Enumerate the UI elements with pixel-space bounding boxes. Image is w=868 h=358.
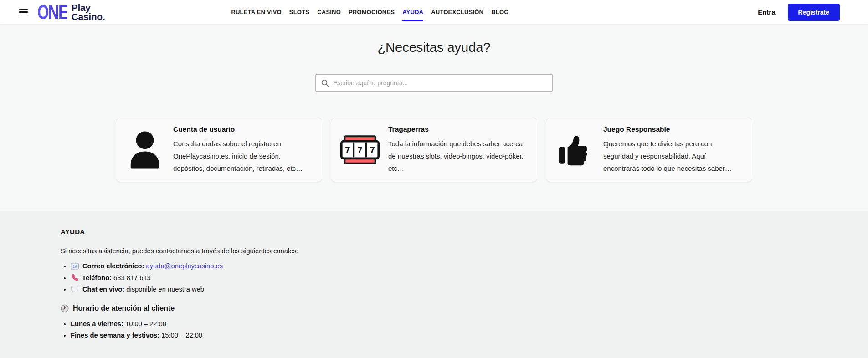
card-description: Queremos que te diviertas pero con segur… <box>603 138 743 174</box>
schedule-heading: Horario de atención al cliente <box>61 304 841 312</box>
contact-label: Correo electrónico: <box>82 262 144 270</box>
contact-channels-list: @ Correo electrónico: ayuda@oneplaycasin… <box>61 262 841 293</box>
svg-text:7: 7 <box>345 145 350 155</box>
help-section: ¿Necesitas ayuda? Cuenta de usuario <box>0 25 868 211</box>
logo-one-text: ONE <box>37 2 67 22</box>
contact-value: disponible en nuestra web <box>126 286 204 293</box>
help-topic-cards: Cuenta de usuario Consulta dudas sobre e… <box>116 118 752 182</box>
register-button[interactable]: Regístrate <box>788 4 840 21</box>
schedule-weekdays-item: Lunes a viernes: 10:00 – 22:00 <box>71 320 841 328</box>
contact-chat-item: Chat en vivo: disponible en nuestra web <box>71 286 841 293</box>
page: ONE Play Casino. RULETA EN VIVO SLOTS CA… <box>0 0 868 358</box>
logo-wordmark: Play Casino. <box>72 3 105 21</box>
nav-item-ayuda[interactable]: AYUDA <box>402 7 423 17</box>
search-input[interactable] <box>333 79 547 87</box>
schedule-value: 10:00 – 22:00 <box>125 320 166 327</box>
svg-text:7: 7 <box>370 145 375 155</box>
logo-play-text: Play <box>72 3 105 12</box>
schedule-weekend-item: Fines de semana y festivos: 15:00 – 22:0… <box>71 332 841 339</box>
user-icon <box>116 129 173 171</box>
auth-actions: Entra Regístrate <box>758 4 840 21</box>
top-navigation-bar: ONE Play Casino. RULETA EN VIVO SLOTS CA… <box>0 0 868 25</box>
schedule-label: Lunes a viernes: <box>71 320 123 327</box>
search-icon <box>321 79 329 87</box>
nav-item-blog[interactable]: BLOG <box>491 7 508 17</box>
schedule-list: Lunes a viernes: 10:00 – 22:00 Fines de … <box>61 320 841 339</box>
svg-text:@: @ <box>72 264 77 269</box>
page-title: ¿Necesitas ayuda? <box>377 40 490 55</box>
nav-item-promociones[interactable]: PROMOCIONES <box>349 7 395 17</box>
contact-label: Teléfono: <box>82 274 112 281</box>
svg-text:7: 7 <box>357 145 363 155</box>
contact-label: Chat en vivo: <box>82 286 124 293</box>
email-icon: @ <box>71 263 79 270</box>
login-link[interactable]: Entra <box>758 8 775 16</box>
logo-casino-text: Casino. <box>72 12 105 21</box>
chat-icon <box>71 286 79 293</box>
nav-item-ruleta-en-vivo[interactable]: RULETA EN VIVO <box>231 7 281 17</box>
slot-machine-icon: 7 7 7 <box>331 134 388 165</box>
phone-icon <box>71 274 78 281</box>
card-cuenta-de-usuario[interactable]: Cuenta de usuario Consulta dudas sobre e… <box>116 118 322 182</box>
oneplaycasino-logo[interactable]: ONE Play Casino. <box>37 3 105 21</box>
schedule-label: Fines de semana y festivos: <box>71 332 159 339</box>
contact-value: 633 817 613 <box>113 274 151 281</box>
footer-intro-text: Si necesitas asistencia, puedes contacta… <box>61 247 841 255</box>
card-title: Juego Responsable <box>603 125 743 133</box>
card-title: Cuenta de usuario <box>173 125 313 133</box>
card-tragaperras[interactable]: 7 7 7 Tragaperras Toda la información qu… <box>331 118 537 182</box>
email-link[interactable]: ayuda@oneplaycasino.es <box>146 262 223 270</box>
nav-item-casino[interactable]: CASINO <box>317 7 341 17</box>
card-body: Juego Responsable Queremos que te divier… <box>603 125 753 174</box>
card-description: Toda la información que debes saber acer… <box>388 138 528 174</box>
thumbs-up-icon <box>546 132 603 168</box>
nav-item-autoexclusion[interactable]: AUTOEXCLUSIÓN <box>431 7 483 17</box>
card-juego-responsable[interactable]: Juego Responsable Queremos que te divier… <box>546 118 752 182</box>
footer-title: AYUDA <box>61 228 841 235</box>
card-body: Cuenta de usuario Consulta dudas sobre e… <box>173 125 323 174</box>
card-title: Tragaperras <box>388 125 528 133</box>
card-body: Tragaperras Toda la información que debe… <box>388 125 538 174</box>
help-search-box <box>315 74 553 92</box>
help-footer: AYUDA Si necesitas asistencia, puedes co… <box>0 211 868 358</box>
card-description: Consulta dudas sobre el registro en OneP… <box>173 138 313 174</box>
nav-item-slots[interactable]: SLOTS <box>289 7 309 17</box>
contact-phone-item: Teléfono: 633 817 613 <box>71 274 841 282</box>
clock-icon <box>61 304 69 312</box>
main-nav: RULETA EN VIVO SLOTS CASINO PROMOCIONES … <box>231 7 508 17</box>
contact-email-item: @ Correo electrónico: ayuda@oneplaycasin… <box>71 262 841 270</box>
hamburger-menu-icon[interactable] <box>19 9 28 16</box>
schedule-title: Horario de atención al cliente <box>73 304 175 312</box>
schedule-value: 15:00 – 22:00 <box>161 332 202 339</box>
